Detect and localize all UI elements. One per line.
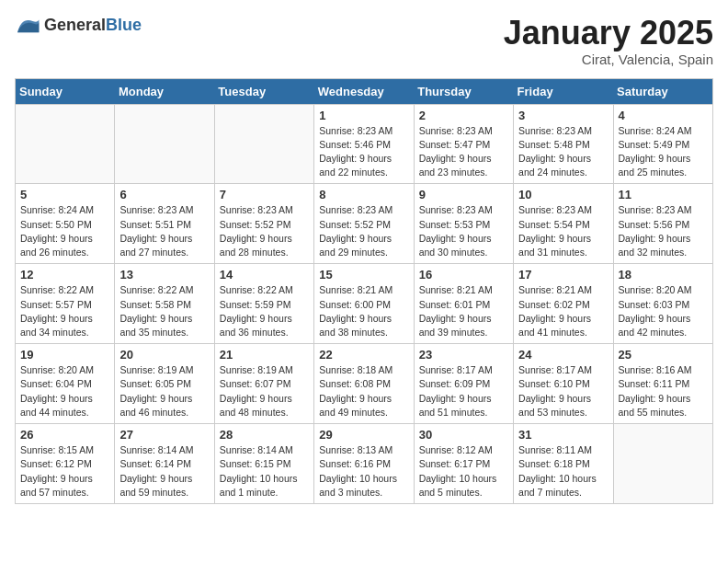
day-info: Sunrise: 8:19 AM Sunset: 6:07 PM Dayligh… — [220, 363, 309, 419]
day-number: 19 — [20, 348, 109, 362]
day-info: Sunrise: 8:11 AM Sunset: 6:18 PM Dayligh… — [518, 443, 608, 500]
day-number: 18 — [619, 268, 708, 282]
calendar-cell: 19Sunrise: 8:20 AM Sunset: 6:04 PM Dayli… — [16, 344, 115, 424]
weekday-header-sunday: Sunday — [16, 78, 115, 104]
weekday-header-thursday: Thursday — [414, 78, 513, 104]
day-info: Sunrise: 8:23 AM Sunset: 5:47 PM Dayligh… — [419, 124, 508, 180]
day-number: 30 — [419, 428, 508, 442]
logo-blue: Blue — [106, 16, 142, 34]
week-row-1: 1Sunrise: 8:23 AM Sunset: 5:46 PM Daylig… — [16, 104, 713, 184]
week-row-3: 12Sunrise: 8:22 AM Sunset: 5:57 PM Dayli… — [16, 264, 713, 344]
calendar-cell: 25Sunrise: 8:16 AM Sunset: 6:11 PM Dayli… — [613, 344, 712, 424]
day-info: Sunrise: 8:23 AM Sunset: 5:52 PM Dayligh… — [220, 203, 309, 259]
day-number: 16 — [419, 268, 508, 282]
day-number: 10 — [518, 188, 608, 201]
day-number: 14 — [220, 268, 309, 282]
page-header: GeneralBlue January 2025 Cirat, Valencia… — [15, 15, 713, 67]
day-number: 7 — [220, 188, 309, 201]
calendar-cell: 23Sunrise: 8:17 AM Sunset: 6:09 PM Dayli… — [414, 344, 513, 424]
calendar-cell: 15Sunrise: 8:21 AM Sunset: 6:00 PM Dayli… — [314, 264, 414, 344]
title-block: January 2025 Cirat, Valencia, Spain — [504, 15, 713, 67]
calendar-cell: 31Sunrise: 8:11 AM Sunset: 6:18 PM Dayli… — [514, 424, 613, 504]
weekday-header-saturday: Saturday — [613, 78, 712, 104]
calendar-body: 1Sunrise: 8:23 AM Sunset: 5:46 PM Daylig… — [16, 104, 713, 503]
day-info: Sunrise: 8:23 AM Sunset: 5:56 PM Dayligh… — [619, 203, 708, 259]
calendar-cell: 30Sunrise: 8:12 AM Sunset: 6:17 PM Dayli… — [414, 424, 513, 504]
day-number: 24 — [518, 348, 608, 362]
day-info: Sunrise: 8:24 AM Sunset: 5:50 PM Dayligh… — [20, 203, 109, 259]
calendar-cell: 18Sunrise: 8:20 AM Sunset: 6:03 PM Dayli… — [613, 264, 712, 344]
calendar-cell: 12Sunrise: 8:22 AM Sunset: 5:57 PM Dayli… — [16, 264, 115, 344]
day-number: 4 — [619, 109, 708, 122]
day-number: 12 — [20, 268, 109, 282]
week-row-2: 5Sunrise: 8:24 AM Sunset: 5:50 PM Daylig… — [16, 184, 713, 264]
calendar-cell: 6Sunrise: 8:23 AM Sunset: 5:51 PM Daylig… — [115, 184, 214, 264]
day-number: 29 — [319, 428, 408, 442]
weekday-header-row: SundayMondayTuesdayWednesdayThursdayFrid… — [16, 78, 713, 104]
calendar-cell — [115, 104, 214, 184]
calendar-cell: 26Sunrise: 8:15 AM Sunset: 6:12 PM Dayli… — [16, 424, 115, 504]
calendar-cell: 14Sunrise: 8:22 AM Sunset: 5:59 PM Dayli… — [214, 264, 313, 344]
calendar-cell: 27Sunrise: 8:14 AM Sunset: 6:14 PM Dayli… — [115, 424, 214, 504]
calendar-cell: 9Sunrise: 8:23 AM Sunset: 5:53 PM Daylig… — [414, 184, 513, 264]
day-number: 28 — [220, 428, 309, 442]
day-info: Sunrise: 8:23 AM Sunset: 5:46 PM Dayligh… — [319, 124, 408, 180]
day-number: 26 — [20, 428, 109, 442]
logo-icon — [15, 15, 40, 35]
logo: GeneralBlue — [15, 15, 142, 35]
day-info: Sunrise: 8:24 AM Sunset: 5:49 PM Dayligh… — [619, 124, 708, 180]
day-number: 21 — [220, 348, 309, 362]
day-info: Sunrise: 8:22 AM Sunset: 5:58 PM Dayligh… — [119, 283, 209, 339]
day-number: 23 — [419, 348, 508, 362]
day-info: Sunrise: 8:23 AM Sunset: 5:53 PM Dayligh… — [419, 203, 508, 259]
calendar-cell: 13Sunrise: 8:22 AM Sunset: 5:58 PM Dayli… — [115, 264, 214, 344]
day-info: Sunrise: 8:20 AM Sunset: 6:03 PM Dayligh… — [619, 283, 708, 339]
calendar-cell: 4Sunrise: 8:24 AM Sunset: 5:49 PM Daylig… — [613, 104, 712, 184]
day-info: Sunrise: 8:21 AM Sunset: 6:00 PM Dayligh… — [319, 283, 408, 339]
day-number: 17 — [518, 268, 608, 282]
day-number: 11 — [619, 188, 708, 201]
calendar-cell: 17Sunrise: 8:21 AM Sunset: 6:02 PM Dayli… — [514, 264, 613, 344]
day-info: Sunrise: 8:18 AM Sunset: 6:08 PM Dayligh… — [319, 363, 408, 419]
day-info: Sunrise: 8:21 AM Sunset: 6:01 PM Dayligh… — [419, 283, 508, 339]
calendar-cell: 8Sunrise: 8:23 AM Sunset: 5:52 PM Daylig… — [314, 184, 414, 264]
day-number: 9 — [419, 188, 508, 201]
calendar-cell: 28Sunrise: 8:14 AM Sunset: 6:15 PM Dayli… — [214, 424, 313, 504]
calendar-cell: 7Sunrise: 8:23 AM Sunset: 5:52 PM Daylig… — [214, 184, 313, 264]
week-row-5: 26Sunrise: 8:15 AM Sunset: 6:12 PM Dayli… — [16, 424, 713, 504]
day-number: 3 — [518, 109, 608, 122]
calendar-cell: 20Sunrise: 8:19 AM Sunset: 6:05 PM Dayli… — [115, 344, 214, 424]
calendar-cell: 22Sunrise: 8:18 AM Sunset: 6:08 PM Dayli… — [314, 344, 414, 424]
day-number: 8 — [319, 188, 408, 201]
day-info: Sunrise: 8:21 AM Sunset: 6:02 PM Dayligh… — [518, 283, 608, 339]
calendar-subtitle: Cirat, Valencia, Spain — [504, 52, 713, 67]
day-info: Sunrise: 8:22 AM Sunset: 5:57 PM Dayligh… — [20, 283, 109, 339]
week-row-4: 19Sunrise: 8:20 AM Sunset: 6:04 PM Dayli… — [16, 344, 713, 424]
calendar-cell: 16Sunrise: 8:21 AM Sunset: 6:01 PM Dayli… — [414, 264, 513, 344]
day-info: Sunrise: 8:23 AM Sunset: 5:52 PM Dayligh… — [319, 203, 408, 259]
weekday-header-wednesday: Wednesday — [314, 78, 414, 104]
day-number: 20 — [119, 348, 209, 362]
day-info: Sunrise: 8:16 AM Sunset: 6:11 PM Dayligh… — [619, 363, 708, 419]
day-number: 15 — [319, 268, 408, 282]
day-info: Sunrise: 8:23 AM Sunset: 5:51 PM Dayligh… — [119, 203, 209, 259]
calendar-cell: 3Sunrise: 8:23 AM Sunset: 5:48 PM Daylig… — [514, 104, 613, 184]
day-number: 25 — [619, 348, 708, 362]
calendar-cell: 29Sunrise: 8:13 AM Sunset: 6:16 PM Dayli… — [314, 424, 414, 504]
calendar-cell — [613, 424, 712, 504]
day-info: Sunrise: 8:23 AM Sunset: 5:54 PM Dayligh… — [518, 203, 608, 259]
day-info: Sunrise: 8:23 AM Sunset: 5:48 PM Dayligh… — [518, 124, 608, 180]
weekday-header-monday: Monday — [115, 78, 214, 104]
day-number: 2 — [419, 109, 508, 122]
day-info: Sunrise: 8:19 AM Sunset: 6:05 PM Dayligh… — [119, 363, 209, 419]
calendar-table: SundayMondayTuesdayWednesdayThursdayFrid… — [15, 78, 713, 504]
calendar-cell: 2Sunrise: 8:23 AM Sunset: 5:47 PM Daylig… — [414, 104, 513, 184]
day-number: 31 — [518, 428, 608, 442]
day-info: Sunrise: 8:17 AM Sunset: 6:10 PM Dayligh… — [518, 363, 608, 419]
calendar-cell: 1Sunrise: 8:23 AM Sunset: 5:46 PM Daylig… — [314, 104, 414, 184]
day-info: Sunrise: 8:12 AM Sunset: 6:17 PM Dayligh… — [419, 443, 508, 500]
weekday-header-friday: Friday — [514, 78, 613, 104]
day-info: Sunrise: 8:14 AM Sunset: 6:14 PM Dayligh… — [119, 443, 209, 500]
logo-text: GeneralBlue — [44, 16, 142, 35]
calendar-cell: 10Sunrise: 8:23 AM Sunset: 5:54 PM Dayli… — [514, 184, 613, 264]
